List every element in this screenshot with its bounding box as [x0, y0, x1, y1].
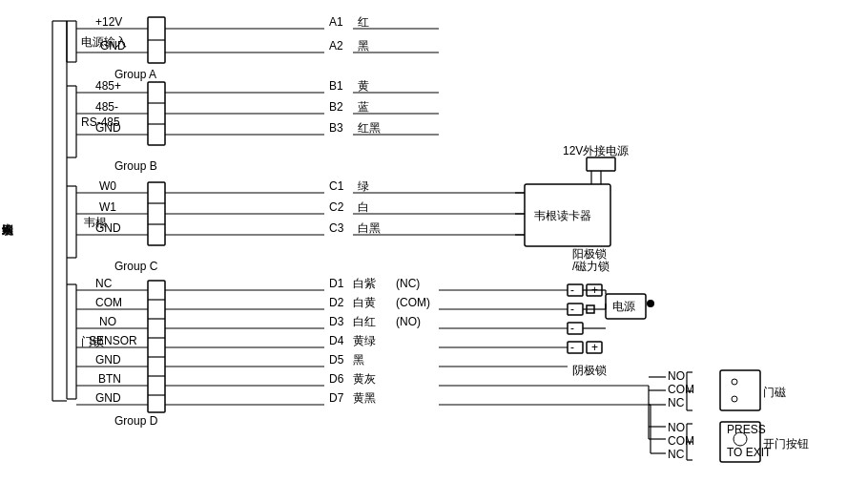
pin-d1-label: NC: [95, 277, 113, 290]
door-no-label: NO: [668, 369, 685, 383]
wire-d1-color: 白紫: [353, 277, 376, 290]
wire-b3-color: 红黑: [358, 121, 381, 135]
svg-point-112: [732, 396, 737, 402]
btn-nc-label: NC: [668, 448, 685, 461]
group-d-label: Group D: [114, 414, 158, 428]
main-label: 人脸识别终端: [2, 223, 13, 236]
conn-c1: C1: [329, 179, 344, 193]
svg-text:+: +: [591, 341, 598, 354]
svg-point-87: [647, 300, 654, 307]
yangji-lock-label: 阳极锁: [572, 247, 607, 261]
svg-text:-: -: [570, 322, 574, 335]
pin-d7-label: GND: [95, 391, 121, 405]
group-b-label: Group B: [114, 159, 157, 173]
svg-text:TO EXIT: TO EXIT: [727, 446, 772, 459]
conn-b1: B1: [329, 79, 343, 93]
pin-c3-label: GND: [95, 221, 121, 235]
wire-d7-color: 黄黑: [353, 391, 376, 405]
conn-a2: A2: [329, 39, 343, 52]
svg-text:-: -: [570, 283, 574, 297]
pin-d5-label: GND: [95, 353, 121, 367]
btn-com-label: COM: [668, 434, 694, 448]
conn-d7: D7: [329, 391, 344, 405]
conn-d2: D2: [329, 296, 344, 309]
pin-b2-label: 485-: [95, 100, 118, 114]
conn-d5: D5: [329, 353, 344, 367]
door-nc-label: NC: [668, 396, 685, 409]
btn-no-label: NO: [668, 421, 685, 434]
conn-b2: B2: [329, 100, 343, 114]
pin-a2-label: GND: [100, 39, 126, 52]
wire-d6-color: 黄灰: [353, 372, 376, 386]
external-power-label: 12V外接电源: [563, 144, 629, 157]
yinji-lock-label: 阴极锁: [572, 364, 607, 377]
conn-c3: C3: [329, 221, 344, 235]
conn-d4: D4: [329, 334, 344, 347]
wire-b1-color: 黄: [358, 79, 369, 93]
wire-d2-color: 白黄: [353, 296, 376, 309]
nc-label: (NC): [396, 277, 420, 290]
wire-a2-color: 黑: [358, 39, 369, 52]
pin-d2-label: COM: [95, 296, 122, 309]
wire-b2-color: 蓝: [358, 100, 369, 114]
wire-d5-color: 黑: [353, 353, 364, 367]
conn-c2: C2: [329, 200, 344, 214]
conn-a1: A1: [329, 15, 343, 29]
svg-text:PRESS: PRESS: [727, 423, 766, 436]
power-box-label: 电源: [612, 300, 635, 313]
no-label: (NO): [396, 315, 421, 328]
svg-rect-110: [720, 370, 760, 410]
weigan-reader-label: 韦根读卡器: [534, 209, 591, 222]
pin-d3-label: NO: [99, 315, 116, 328]
svg-text:-: -: [570, 303, 574, 316]
pin-a1-label: +12V: [95, 15, 122, 29]
pin-b1-label: 485+: [95, 79, 121, 93]
pin-c2-label: W1: [99, 200, 116, 214]
door-sensor-label: 门磁: [763, 386, 786, 399]
conn-d3: D3: [329, 315, 344, 328]
pin-d6-label: BTN: [98, 372, 121, 386]
conn-d1: D1: [329, 277, 344, 290]
svg-text:-: -: [570, 341, 574, 354]
pin-d4-label: SENSOR: [89, 334, 137, 347]
com-label: (COM): [396, 296, 430, 309]
group-c-label: Group C: [114, 260, 158, 273]
svg-rect-19: [148, 82, 165, 145]
wire-c1-color: 绿: [358, 179, 369, 193]
wire-c2-color: 白: [358, 200, 369, 214]
wire-c3-color: 白黑: [358, 221, 381, 235]
conn-b3: B3: [329, 121, 343, 135]
door-com-label: COM: [668, 383, 694, 396]
svg-point-111: [732, 379, 737, 385]
pin-c1-label: W0: [99, 179, 116, 193]
conn-d6: D6: [329, 372, 344, 386]
svg-rect-35: [148, 182, 165, 245]
wire-a1-color: 红: [358, 15, 369, 29]
wiring-diagram: text { font-family: "Microsoft YaHei", "…: [0, 0, 868, 482]
yangji-lock-label2: /磁力锁: [572, 260, 610, 273]
svg-rect-55: [148, 281, 165, 412]
svg-rect-47: [587, 157, 615, 171]
wire-d4-color: 黄绿: [353, 334, 376, 347]
wire-d3-color: 白红: [353, 315, 376, 328]
pin-b3-label: GND: [95, 121, 121, 135]
